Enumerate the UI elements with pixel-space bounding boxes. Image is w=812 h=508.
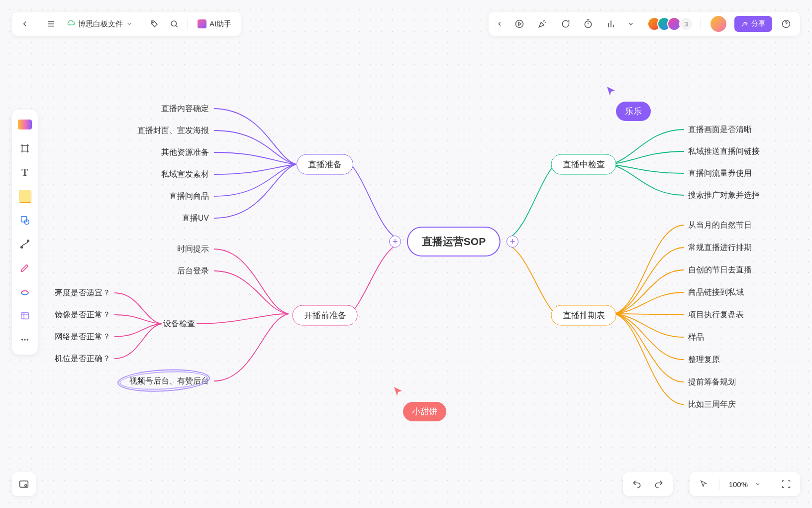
- undo-button[interactable]: [628, 475, 646, 493]
- share-button[interactable]: 分享: [734, 16, 772, 32]
- svg-point-11: [24, 339, 25, 340]
- leaf[interactable]: 搜索推广对象并选择: [688, 190, 760, 201]
- cursor-label: 乐乐: [616, 102, 651, 121]
- svg-rect-13: [20, 481, 28, 488]
- history-controls: [623, 472, 673, 496]
- leaf[interactable]: 后台登录: [177, 266, 209, 276]
- pointer-mode-button[interactable]: [697, 475, 710, 493]
- leaf[interactable]: 镜像是否正常？: [55, 310, 110, 320]
- share-label: 分享: [751, 19, 765, 28]
- svg-point-12: [27, 339, 28, 340]
- svg-point-3: [585, 21, 591, 27]
- leaf[interactable]: 项目执行复盘表: [688, 310, 744, 320]
- cloud-icon: [66, 19, 75, 29]
- highlighter-tool[interactable]: [15, 282, 35, 302]
- svg-point-2: [516, 20, 523, 28]
- expand-left-button[interactable]: [494, 15, 506, 33]
- svg-point-10: [21, 339, 23, 340]
- pen-tool[interactable]: [15, 258, 35, 278]
- back-button[interactable]: [16, 15, 34, 33]
- leaf[interactable]: 机位是否正确？: [55, 354, 110, 364]
- leaf[interactable]: 直播间商品: [169, 191, 209, 202]
- leaf[interactable]: 直播画面是否清晰: [688, 125, 752, 135]
- text-tool[interactable]: T: [15, 162, 35, 182]
- branch-schedule[interactable]: 直播排期表: [551, 305, 616, 326]
- current-user-avatar[interactable]: [710, 16, 726, 32]
- leaf[interactable]: 从当月的自然节日: [688, 220, 752, 231]
- leaf[interactable]: 私域推送直播间链接: [688, 146, 760, 157]
- leaf[interactable]: 亮度是否适宜？: [55, 288, 110, 298]
- leaf[interactable]: 自创的节日去直播: [688, 265, 752, 275]
- present-button[interactable]: [510, 15, 528, 33]
- shape-tool[interactable]: [15, 210, 35, 230]
- topbar-left: 博思白板文件 AI助手: [12, 12, 241, 36]
- collab-cursor-user2: 小甜饼: [393, 386, 446, 421]
- chevron-down-icon[interactable]: [755, 481, 761, 487]
- collab-cursor-user1: 乐乐: [606, 86, 651, 121]
- svg-rect-9: [21, 313, 29, 319]
- branch-prep[interactable]: 直播准备: [297, 154, 353, 175]
- leaf-device-check[interactable]: 设备检查: [163, 319, 195, 329]
- leaf[interactable]: 直播间流量券使用: [688, 168, 752, 179]
- branch-livecheck[interactable]: 直播中检查: [551, 154, 616, 175]
- templates-button[interactable]: [15, 115, 35, 134]
- leaf[interactable]: 样品: [688, 332, 704, 343]
- tag-button[interactable]: [145, 15, 163, 33]
- leaf[interactable]: 时间提示: [177, 244, 209, 254]
- menu-button[interactable]: [42, 15, 60, 33]
- poll-button[interactable]: [602, 15, 620, 33]
- leaf[interactable]: 比如三周年庆: [688, 399, 736, 410]
- note-icon: [19, 190, 31, 202]
- branch-prebroadcast[interactable]: 开播前准备: [293, 305, 358, 326]
- search-button[interactable]: [165, 15, 183, 33]
- leaf[interactable]: 网络是否正常？: [55, 332, 110, 342]
- leaf[interactable]: 直播UV: [182, 213, 209, 224]
- minimap-button[interactable]: [12, 472, 36, 496]
- center-node[interactable]: 直播运营SOP: [407, 227, 501, 256]
- leaf[interactable]: 直播内容确定: [161, 104, 209, 114]
- templates-icon: [18, 120, 32, 129]
- svg-rect-5: [21, 217, 27, 222]
- leaf[interactable]: 商品链接到私域: [688, 287, 744, 298]
- leaf[interactable]: 常规直播进行排期: [688, 243, 752, 253]
- comment-button[interactable]: [556, 15, 574, 33]
- ai-label: AI助手: [209, 19, 231, 29]
- celebrate-button[interactable]: [533, 15, 551, 33]
- file-name-dropdown[interactable]: 博思白板文件: [62, 19, 137, 29]
- zoom-level[interactable]: 100%: [729, 480, 748, 489]
- file-name-text: 博思白板文件: [78, 19, 123, 29]
- help-button[interactable]: [777, 15, 795, 33]
- fit-view-button[interactable]: [779, 475, 793, 493]
- leaf[interactable]: 私域宣发素材: [161, 169, 209, 180]
- frame-tool[interactable]: [15, 138, 35, 158]
- ai-assistant-button[interactable]: AI助手: [192, 15, 237, 33]
- svg-point-14: [25, 485, 27, 487]
- table-tool[interactable]: [15, 306, 35, 326]
- scribble-highlight: [119, 369, 208, 391]
- svg-point-8: [27, 240, 29, 242]
- svg-point-7: [21, 247, 23, 249]
- leaf[interactable]: 直播封面、宣发海报: [137, 126, 209, 136]
- redo-button[interactable]: [650, 475, 668, 493]
- chevron-down-icon: [126, 20, 133, 27]
- add-right-handle[interactable]: +: [507, 236, 518, 248]
- collaborator-avatars[interactable]: 3: [651, 17, 693, 31]
- leaf[interactable]: 提前筹备规划: [688, 377, 736, 387]
- add-left-handle[interactable]: +: [389, 236, 401, 248]
- view-controls: 100%: [690, 472, 800, 496]
- connector-tool[interactable]: [15, 234, 35, 254]
- share-icon: [741, 20, 748, 27]
- more-tools-button[interactable]: [625, 15, 637, 33]
- svg-point-0: [152, 22, 153, 23]
- avatar-overflow-count: 3: [679, 17, 693, 31]
- topbar-right: 3 分享: [489, 12, 800, 36]
- cursor-label: 小甜饼: [403, 402, 446, 421]
- sticky-note-tool[interactable]: [15, 186, 35, 206]
- more-tools[interactable]: [15, 330, 35, 350]
- leaf[interactable]: 整理复原: [688, 355, 720, 365]
- left-toolbar: T: [12, 110, 38, 355]
- timer-button[interactable]: [579, 15, 597, 33]
- ai-logo-icon: [198, 19, 206, 28]
- svg-point-1: [171, 21, 177, 26]
- leaf[interactable]: 其他资源准备: [161, 147, 209, 158]
